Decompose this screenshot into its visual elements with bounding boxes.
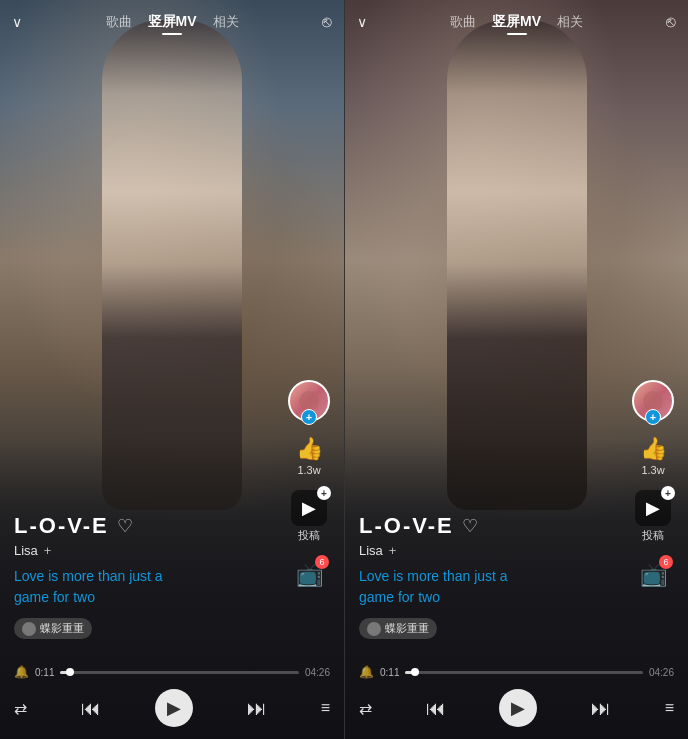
top-navigation-right: ∨ 歌曲 竖屏MV 相关 ⎋ — [345, 0, 688, 44]
time-current: 0:11 — [35, 667, 54, 678]
progress-row-right: 🔔 0:11 04:26 — [359, 665, 674, 679]
progress-bar[interactable] — [60, 671, 299, 674]
progress-row: 🔔 0:11 04:26 — [14, 665, 330, 679]
song-title-text-right: L-O-V-E — [359, 513, 454, 539]
bell-right-icon: 🔔 — [359, 665, 374, 679]
progress-bar-right[interactable] — [405, 671, 643, 674]
lyrics-line2: game for two — [14, 589, 95, 605]
song-info-right: L-O-V-E ♡ Lisa + Love is more than just … — [345, 513, 688, 649]
artist-name: Lisa — [14, 543, 38, 558]
song-title-text: L-O-V-E — [14, 513, 109, 539]
top-navigation: ∨ 歌曲 竖屏MV 相关 ⎋ — [0, 0, 344, 44]
play-right-button[interactable]: ▶ — [499, 689, 537, 727]
like-count: 1.3w — [297, 464, 320, 476]
play-button[interactable]: ▶ — [155, 689, 193, 727]
play-right-icon: ▶ — [511, 697, 525, 719]
post-plus-right-icon: + — [661, 486, 675, 500]
skip-forward-button[interactable]: ⏭ — [247, 697, 267, 720]
song-title: L-O-V-E ♡ — [14, 513, 330, 539]
artist-avatar[interactable]: + — [288, 380, 330, 422]
tag-text: 蝶影重重 — [40, 621, 84, 636]
follow-plus-button-right[interactable]: + — [645, 409, 661, 425]
skip-forward-right-button[interactable]: ⏭ — [591, 697, 611, 720]
nav-tabs: 歌曲 竖屏MV 相关 — [106, 13, 239, 31]
like-button-right[interactable]: 👍 1.3w — [640, 436, 667, 476]
follow-plus-button[interactable]: + — [301, 409, 317, 425]
tag-icon — [22, 622, 36, 636]
nav-chevron-icon[interactable]: ∨ — [12, 14, 22, 30]
left-panel: ∨ 歌曲 竖屏MV 相关 ⎋ + 👍 1.3w ▶ + 投稿 📺 6 — [0, 0, 344, 739]
like-button[interactable]: 👍 1.3w — [296, 436, 323, 476]
tab-song[interactable]: 歌曲 — [106, 13, 132, 31]
tab-related-right[interactable]: 相关 — [557, 13, 583, 31]
tag-button[interactable]: 蝶影重重 — [14, 618, 92, 639]
artist-row-right: Lisa + — [359, 543, 674, 558]
nav-chevron-right-icon[interactable]: ∨ — [357, 14, 367, 30]
playlist-right-button[interactable]: ≡ — [665, 699, 674, 717]
lyrics-line1-right: Love is more than just a — [359, 568, 508, 584]
song-title-right: L-O-V-E ♡ — [359, 513, 674, 539]
playlist-button[interactable]: ≡ — [321, 699, 330, 717]
share-icon[interactable]: ⎋ — [322, 13, 332, 31]
thumbs-up-icon: 👍 — [296, 436, 323, 462]
artist-avatar-right[interactable]: + — [632, 380, 674, 422]
follow-artist-button[interactable]: + — [44, 543, 52, 558]
tag-button-right[interactable]: 蝶影重重 — [359, 618, 437, 639]
tab-related[interactable]: 相关 — [213, 13, 239, 31]
tag-right-icon — [367, 622, 381, 636]
progress-fill-right — [405, 671, 415, 674]
share-right-icon[interactable]: ⎋ — [666, 13, 676, 31]
heart-icon[interactable]: ♡ — [117, 515, 135, 537]
tab-song-right[interactable]: 歌曲 — [450, 13, 476, 31]
nav-tabs-right: 歌曲 竖屏MV 相关 — [450, 13, 583, 31]
skip-back-button[interactable]: ⏮ — [81, 697, 101, 720]
time-total: 04:26 — [305, 667, 330, 678]
playback-controls: ⇄ ⏮ ▶ ⏭ ≡ — [0, 689, 344, 727]
progress-fill — [60, 671, 70, 674]
artist-name-right: Lisa — [359, 543, 383, 558]
tab-vertical-mv-right[interactable]: 竖屏MV — [492, 13, 541, 31]
progress-area-right: 🔔 0:11 04:26 — [345, 665, 688, 681]
lyrics-text-right: Love is more than just a game for two — [359, 566, 674, 608]
song-info: L-O-V-E ♡ Lisa + Love is more than just … — [0, 513, 344, 649]
lyrics-line1: Love is more than just a — [14, 568, 163, 584]
time-total-right: 04:26 — [649, 667, 674, 678]
bell-icon: 🔔 — [14, 665, 29, 679]
tab-vertical-mv[interactable]: 竖屏MV — [148, 13, 197, 31]
shuffle-button[interactable]: ⇄ — [14, 699, 27, 718]
play-icon: ▶ — [167, 697, 181, 719]
heart-right-icon[interactable]: ♡ — [462, 515, 480, 537]
lyrics-line2-right: game for two — [359, 589, 440, 605]
like-count-right: 1.3w — [641, 464, 664, 476]
lyrics-text: Love is more than just a game for two — [14, 566, 330, 608]
shuffle-right-button[interactable]: ⇄ — [359, 699, 372, 718]
post-plus-icon: + — [317, 486, 331, 500]
tag-text-right: 蝶影重重 — [385, 621, 429, 636]
follow-artist-button-right[interactable]: + — [389, 543, 397, 558]
skip-back-right-button[interactable]: ⏮ — [426, 697, 446, 720]
playback-controls-right: ⇄ ⏮ ▶ ⏭ ≡ — [345, 689, 688, 727]
progress-area: 🔔 0:11 04:26 — [0, 665, 344, 681]
artist-row: Lisa + — [14, 543, 330, 558]
right-panel: ∨ 歌曲 竖屏MV 相关 ⎋ + 👍 1.3w ▶ + 投稿 📺 6 — [344, 0, 688, 739]
time-current-right: 0:11 — [380, 667, 399, 678]
thumbs-up-right-icon: 👍 — [640, 436, 667, 462]
